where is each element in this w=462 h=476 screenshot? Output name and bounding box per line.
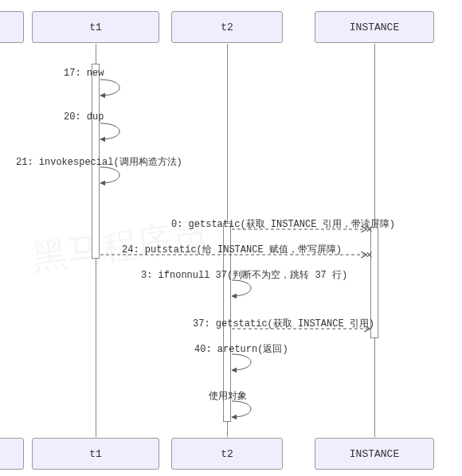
participant-t1-bottom: t1: [32, 438, 159, 470]
msg-label-9: 使用对象: [209, 389, 247, 403]
msg-label-1: 17: new: [64, 68, 104, 79]
participant-t1-top: t1: [32, 11, 159, 43]
msg-label-6: 3: ifnonnull 37(判断不为空，跳转 37 行): [141, 268, 347, 282]
msg-label-4: 0: getstatic(获取 INSTANCE 引用，带读屏障): [171, 217, 395, 231]
msg-label-3: 21: invokespecial(调用构造方法): [16, 155, 182, 169]
participant-clipped-bottom: [0, 438, 24, 470]
participant-instance-top: INSTANCE: [315, 11, 434, 43]
block-mark-1: ✕: [366, 224, 373, 235]
participant-t2-top: t2: [171, 11, 283, 43]
participant-label: t1: [89, 448, 102, 460]
participant-instance-bottom: INSTANCE: [315, 438, 434, 470]
block-mark-2: ✕: [366, 250, 373, 260]
msg-label-8: 40: areturn(返回): [194, 342, 288, 356]
participant-label: INSTANCE: [350, 448, 399, 460]
participant-label: t2: [221, 21, 233, 33]
participant-t2-bottom: t2: [171, 438, 283, 470]
participant-label: t1: [89, 21, 102, 33]
msg-label-7: 37: getstatic(获取 INSTANCE 引用): [193, 317, 374, 330]
msg-label-5: 24: putstatic(给 INSTANCE 赋值，带写屏障): [122, 243, 342, 256]
participant-clipped-top: [0, 11, 24, 43]
participant-label: t2: [221, 448, 233, 460]
msg-label-2: 20: dup: [64, 111, 104, 123]
participant-label: INSTANCE: [350, 21, 399, 33]
